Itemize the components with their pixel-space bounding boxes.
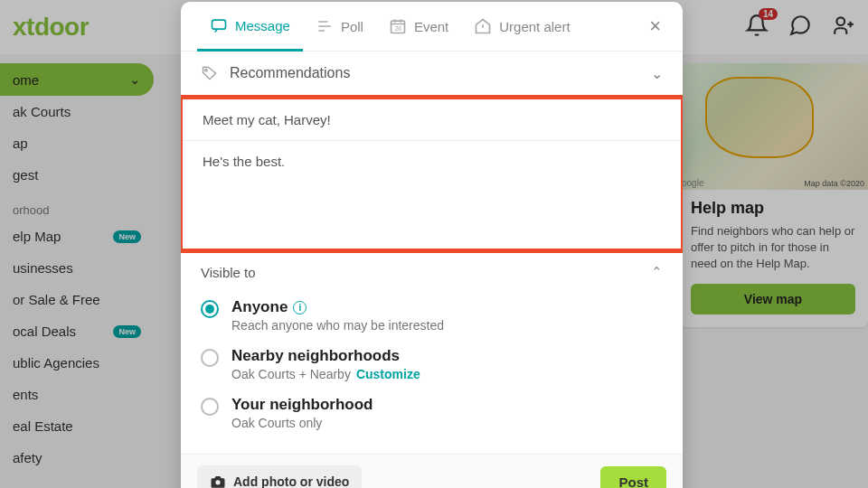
visibility-option-your[interactable]: Your neighborhood Oak Courts only — [201, 389, 663, 437]
compose-tabs: Message Poll 26 Event Urgent alert × — [181, 2, 683, 52]
tab-urgent[interactable]: Urgent alert — [461, 3, 582, 50]
alert-icon — [474, 17, 492, 35]
compose-modal: Message Poll 26 Event Urgent alert × Rec… — [181, 2, 683, 488]
visible-to-toggle[interactable]: Visible to ⌃ — [181, 253, 683, 287]
add-photo-button[interactable]: Add photo or video — [197, 465, 362, 488]
post-title-input[interactable] — [183, 99, 681, 140]
radio-icon — [201, 349, 219, 367]
highlighted-input-area — [181, 95, 683, 253]
calendar-icon: 26 — [389, 17, 407, 35]
tab-message[interactable]: Message — [197, 2, 303, 52]
tag-icon — [201, 64, 219, 82]
close-icon: × — [649, 14, 661, 37]
chevron-down-icon: ⌄ — [651, 65, 663, 82]
svg-point-4 — [205, 69, 208, 71]
customize-link[interactable]: Customize — [356, 367, 420, 381]
tab-event[interactable]: 26 Event — [376, 3, 461, 50]
visibility-options: Anyonei Reach anyone who may be interest… — [181, 287, 683, 454]
post-button[interactable]: Post — [600, 466, 666, 489]
message-icon — [210, 16, 228, 34]
recommendations-toggle[interactable]: Recommendations ⌄ — [181, 52, 683, 95]
tab-poll[interactable]: Poll — [303, 3, 376, 50]
info-icon[interactable]: i — [293, 301, 307, 314]
visibility-option-anyone[interactable]: Anyonei Reach anyone who may be interest… — [201, 291, 663, 340]
svg-rect-1 — [212, 20, 226, 29]
chevron-up-icon: ⌃ — [651, 264, 663, 280]
poll-icon — [316, 17, 334, 35]
svg-text:26: 26 — [395, 25, 402, 32]
visibility-option-nearby[interactable]: Nearby neighborhoods Oak Courts + Nearby… — [201, 340, 663, 389]
svg-point-5 — [215, 480, 220, 484]
camera-icon — [210, 474, 226, 488]
radio-checked-icon — [201, 300, 219, 318]
close-button[interactable]: × — [644, 9, 666, 43]
post-body-input[interactable] — [183, 140, 681, 245]
compose-footer: Add photo or video Post — [181, 454, 683, 488]
radio-icon — [201, 398, 219, 416]
